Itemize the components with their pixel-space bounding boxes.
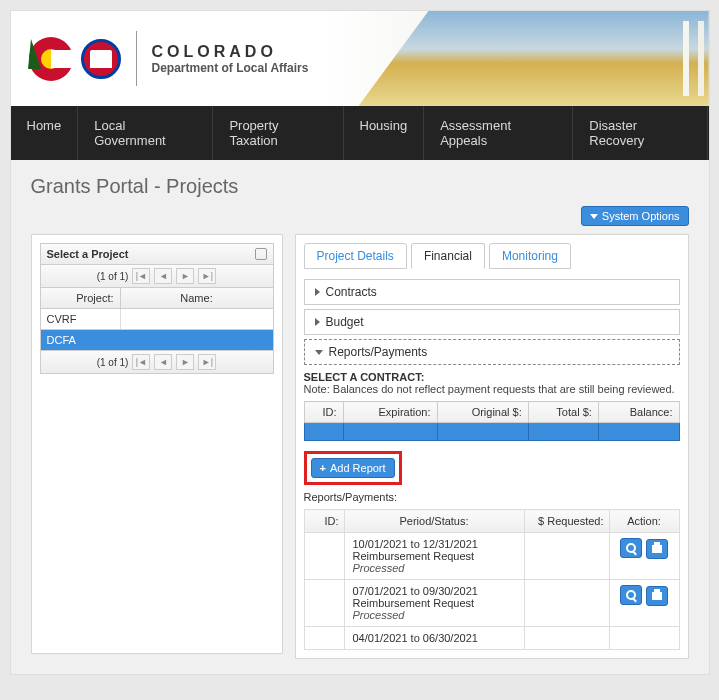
pager-next-button[interactable]: ► <box>176 268 194 284</box>
pager-top: (1 of 1) |◄ ◄ ► ►| <box>40 265 274 288</box>
system-options-button[interactable]: System Options <box>581 206 689 226</box>
reports-table: ID: Period/Status: $ Requested: Action: … <box>304 509 680 650</box>
colorado-c-logo <box>26 34 76 84</box>
chevron-down-icon <box>590 214 598 219</box>
tab-financial[interactable]: Financial <box>411 243 485 269</box>
banner-photo <box>359 11 709 106</box>
page-info: (1 of 1) <box>97 271 129 282</box>
panel-title: Select a Project <box>47 248 129 260</box>
pager-last-button[interactable]: ►| <box>198 268 216 284</box>
add-report-highlight: + Add Report <box>304 451 402 485</box>
col-period-status: Period/Status: <box>344 510 524 533</box>
col-expiration: Expiration: <box>343 402 437 423</box>
pager-prev-button[interactable]: ◄ <box>154 268 172 284</box>
nav-housing[interactable]: Housing <box>344 106 425 160</box>
nav-home[interactable]: Home <box>11 106 79 160</box>
reports-payments-label: Reports/Payments: <box>304 491 680 503</box>
pager-prev-button[interactable]: ◄ <box>154 354 172 370</box>
col-total: Total $: <box>528 402 598 423</box>
col-requested: $ Requested: <box>524 510 609 533</box>
report-row: 04/01/2021 to 06/30/2021 <box>304 627 679 650</box>
add-report-button[interactable]: + Add Report <box>311 458 395 478</box>
col-original: Original $: <box>437 402 528 423</box>
caret-right-icon <box>315 288 320 296</box>
printer-icon <box>652 592 662 600</box>
plus-icon: + <box>320 462 326 474</box>
nav-disaster-recovery[interactable]: Disaster Recovery <box>573 106 708 160</box>
details-panel: Project Details Financial Monitoring Con… <box>295 234 689 659</box>
contracts-table: ID: Expiration: Original $: Total $: Bal… <box>304 401 680 441</box>
dola-seal-icon <box>81 39 121 79</box>
print-button[interactable] <box>646 586 668 606</box>
col-name: Name: <box>121 288 273 308</box>
magnifier-icon <box>626 543 636 553</box>
pager-bottom: (1 of 1) |◄ ◄ ► ►| <box>40 351 274 374</box>
svg-rect-2 <box>51 50 76 68</box>
project-row-cvrf[interactable]: CVRF <box>40 309 274 330</box>
pager-first-button[interactable]: |◄ <box>132 268 150 284</box>
pager-first-button[interactable]: |◄ <box>132 354 150 370</box>
view-button[interactable] <box>620 585 642 605</box>
accordion-budget[interactable]: Budget <box>304 309 680 335</box>
printer-icon <box>652 545 662 553</box>
tab-project-details[interactable]: Project Details <box>304 243 407 269</box>
page-title: Grants Portal - Projects <box>31 175 689 198</box>
balance-note: Note: Balances do not reflect payment re… <box>304 383 680 395</box>
pager-next-button[interactable]: ► <box>176 354 194 370</box>
header-title: COLORADO <box>152 43 309 61</box>
col-id: ID: <box>304 510 344 533</box>
caret-down-icon <box>315 350 323 355</box>
nav-local-government[interactable]: Local Government <box>78 106 213 160</box>
page-info: (1 of 1) <box>97 357 129 368</box>
col-action: Action: <box>609 510 679 533</box>
report-row: 07/01/2021 to 09/30/2021 Reimbursement R… <box>304 580 679 627</box>
header-banner: COLORADO Department of Local Affairs <box>11 11 709 106</box>
col-id: ID: <box>304 402 343 423</box>
accordion-contracts[interactable]: Contracts <box>304 279 680 305</box>
nav-property-taxation[interactable]: Property Taxation <box>213 106 343 160</box>
main-nav: Home Local Government Property Taxation … <box>11 106 709 160</box>
project-selector-panel: Select a Project (1 of 1) |◄ ◄ ► ►| Proj… <box>31 234 283 654</box>
col-balance: Balance: <box>598 402 679 423</box>
magnifier-icon <box>626 590 636 600</box>
pager-last-button[interactable]: ►| <box>198 354 216 370</box>
report-row: 10/01/2021 to 12/31/2021 Reimbursement R… <box>304 533 679 580</box>
project-row-dcfa[interactable]: DCFA <box>40 330 274 351</box>
print-button[interactable] <box>646 539 668 559</box>
nav-assessment-appeals[interactable]: Assessment Appeals <box>424 106 573 160</box>
refresh-icon[interactable] <box>255 248 267 260</box>
accordion-reports-payments[interactable]: Reports/Payments <box>304 339 680 365</box>
caret-right-icon <box>315 318 320 326</box>
contract-row-selected[interactable] <box>304 423 679 441</box>
header-subtitle: Department of Local Affairs <box>152 61 309 75</box>
col-project: Project: <box>41 288 121 308</box>
view-button[interactable] <box>620 538 642 558</box>
tab-monitoring[interactable]: Monitoring <box>489 243 571 269</box>
select-contract-label: SELECT A CONTRACT: <box>304 371 680 383</box>
